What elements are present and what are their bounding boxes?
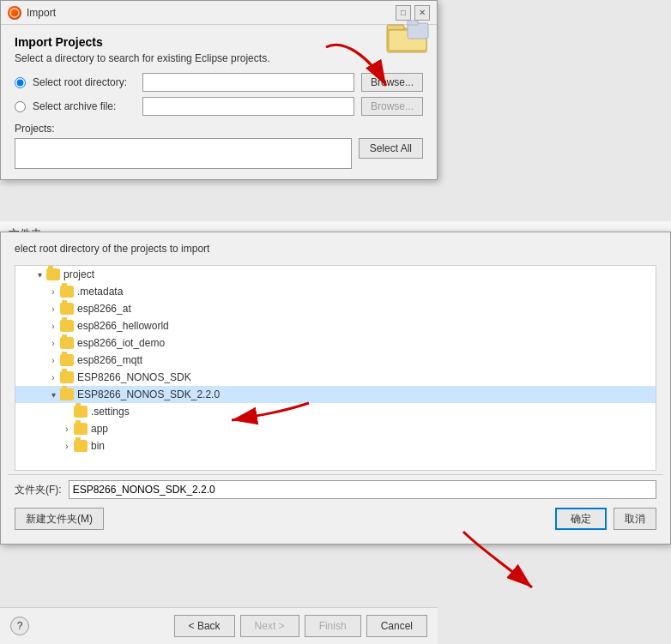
expander-icon[interactable]: › [60,439,74,453]
tree-label: app [91,423,108,435]
finish-button[interactable]: Finish [305,615,361,637]
projects-list[interactable] [15,138,352,169]
folder-icon [60,303,74,315]
help-button[interactable]: ? [10,617,29,635]
tree-item[interactable]: ▾ project [15,266,656,283]
dialog-heading: Import Projects [15,35,423,49]
tree-item[interactable]: › app [15,420,656,437]
tree-item-selected[interactable]: ▾ ESP8266_NONOS_SDK_2.2.0 [15,386,656,403]
tree-label: .metadata [77,286,123,298]
radio-root-label: Select root directory: [33,76,136,88]
expander-icon[interactable]: › [46,319,60,333]
expander-icon[interactable]: ▾ [46,388,60,401]
expander-icon[interactable]: › [46,285,60,298]
new-folder-button[interactable]: 新建文件夹(M) [15,508,104,530]
file-dialog-description: elect root directory of the projects to … [8,239,663,258]
expander-icon[interactable]: › [46,336,60,350]
folder-icon [74,423,88,435]
radio-archive-label: Select archive file: [33,100,136,112]
folder-icon-large [385,18,430,58]
dialog-title: Import [27,7,56,19]
expander-icon[interactable] [60,405,74,418]
folder-icon [60,320,74,332]
tree-item[interactable]: › esp8266_at [15,300,656,317]
folder-icon [60,388,74,400]
tree-item[interactable]: › ESP8266_NONOS_SDK [15,369,656,386]
tree-item[interactable]: › esp8266_iot_demo [15,334,656,352]
folder-icon [60,286,74,298]
tree-label: bin [91,440,105,452]
select-all-button[interactable]: Select All [359,138,423,159]
folder-icon [74,440,88,452]
svg-rect-1 [387,25,404,30]
tree-item[interactable]: › esp8266_mqtt [15,352,656,369]
expander-icon[interactable]: › [46,302,60,316]
browse-root-button[interactable]: Browse... [361,73,423,92]
svg-rect-4 [408,21,418,25]
expander-icon[interactable]: › [46,353,60,367]
expander-icon[interactable]: ▾ [33,268,46,281]
expander-icon[interactable]: › [46,370,60,384]
tree-label: esp8266_iot_demo [77,337,165,349]
radio-root-dir[interactable] [15,77,26,88]
expander-icon[interactable]: › [60,422,74,436]
folder-icon [46,268,60,280]
ok-button[interactable]: 确定 [555,508,607,530]
tree-item[interactable]: › esp8266_helloworld [15,317,656,334]
tree-label: project [63,268,94,280]
tree-item[interactable]: .settings [15,403,656,420]
file-dialog: elect root directory of the projects to … [0,232,671,545]
back-button[interactable]: < Back [174,615,235,637]
tree-label: esp8266_helloworld [77,320,169,332]
file-tree-area[interactable]: ▾ project › .metadata › esp8266_at › esp… [15,265,656,471]
tree-label: esp8266_mqtt [77,354,142,366]
cancel-file-button[interactable]: 取消 [614,508,656,530]
browse-archive-button[interactable]: Browse... [361,97,423,116]
radio-archive[interactable] [15,101,26,112]
root-dir-input[interactable] [142,73,354,92]
cancel-button[interactable]: Cancel [366,615,427,637]
dialog-titlebar: Import □ ✕ [1,1,437,25]
folder-icon [74,406,88,418]
import-dialog: Import □ ✕ Import Projects Select a dire… [0,0,438,180]
footer-label: 文件夹(F): [15,483,62,497]
svg-rect-3 [408,23,428,39]
tree-label: .settings [91,406,130,418]
eclipse-icon [8,6,21,20]
tree-label: ESP8266_NONOS_SDK_2.2.0 [77,388,220,400]
folder-icon [60,337,74,349]
next-button[interactable]: Next > [240,615,299,637]
nav-buttons-bar: ? < Back Next > Finish Cancel [0,607,438,644]
folder-icon [60,371,74,383]
tree-item[interactable]: › .metadata [15,283,656,300]
tree-label: ESP8266_NONOS_SDK [77,371,191,383]
folder-icon [60,354,74,366]
dialog-description: Select a directory to search for existin… [15,52,423,64]
archive-input[interactable] [142,97,354,116]
tree-item[interactable]: › bin [15,437,656,454]
tree-label: esp8266_at [77,303,131,315]
footer-input[interactable] [69,480,656,499]
projects-label: Projects: [15,123,423,135]
